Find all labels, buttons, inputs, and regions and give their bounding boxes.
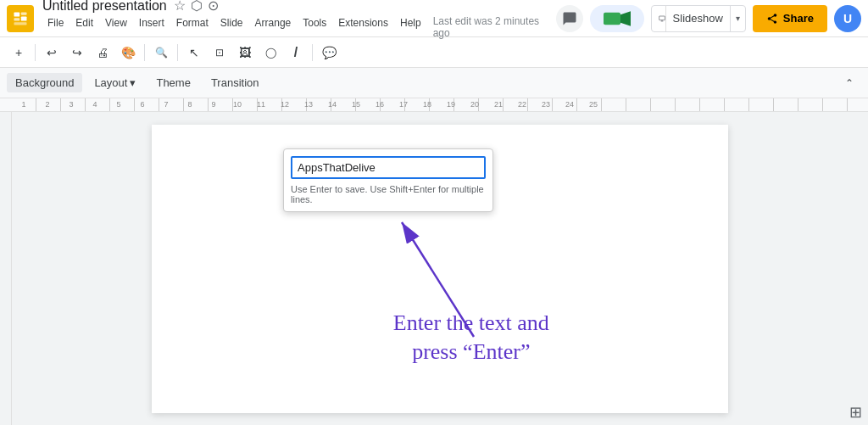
title-bar: Untitled presentation ☆ ⬡ ⊙ File Edit Vi… (0, 0, 868, 37)
text-input[interactable] (291, 156, 486, 179)
svg-rect-1 (14, 18, 20, 20)
svg-rect-4 (14, 22, 27, 25)
menu-edit[interactable]: Edit (70, 15, 98, 39)
shape-tool[interactable]: ◯ (259, 41, 282, 64)
layout-chevron-icon: ▾ (130, 76, 136, 89)
separator (144, 44, 145, 61)
svg-rect-2 (21, 12, 27, 14)
textbox-tool[interactable]: ⊡ (208, 41, 231, 64)
menu-format[interactable]: Format (171, 15, 214, 39)
image-tool[interactable]: 🖼 (233, 41, 257, 64)
menu-arrange[interactable]: Arrange (250, 15, 297, 39)
bottom-bar: ⊞ (843, 400, 868, 425)
comment-button[interactable]: 💬 (317, 41, 341, 64)
svg-rect-7 (659, 16, 665, 20)
user-avatar[interactable]: U (834, 5, 861, 32)
chat-button[interactable] (556, 5, 583, 32)
fit-to-screen-icon[interactable]: ⊞ (849, 403, 862, 422)
add-button[interactable]: + (7, 41, 31, 64)
print-button[interactable]: 🖨 (91, 41, 114, 64)
menu-file[interactable]: File (42, 15, 69, 39)
menu-help[interactable]: Help (395, 15, 426, 39)
hint-text: Use Enter to save. Use Shift+Enter for m… (291, 184, 486, 204)
ruler: 1 2 3 4 5 6 7 8 9 10 11 12 13 14 15 16 1… (0, 98, 868, 112)
paint-format-button[interactable]: 🎨 (116, 41, 140, 64)
menu-insert[interactable]: Insert (134, 15, 170, 39)
menu-extensions[interactable]: Extensions (333, 15, 393, 39)
menu-bar: File Edit View Insert Format Slide Arran… (42, 15, 556, 39)
separator (177, 44, 178, 61)
collapse-button[interactable]: ⌃ (837, 71, 861, 95)
svg-marker-6 (620, 11, 631, 25)
share-label: Share (783, 12, 814, 25)
slideshow-button[interactable]: Slideshow ▾ (651, 5, 746, 32)
thumbnail-panel (0, 112, 12, 425)
zoom-button[interactable]: 🔍 (149, 41, 173, 64)
title-icons: ☆ ⬡ ⊙ (174, 0, 219, 14)
toolbar: + ↩ ↪ 🖨 🎨 🔍 ↖ ⊡ 🖼 ◯ / 💬 (0, 37, 868, 68)
svg-rect-0 (14, 12, 20, 16)
separator (312, 44, 313, 61)
instruction-text: Enter the text andpress “Enter” (393, 309, 549, 366)
separator (35, 44, 36, 61)
app-logo[interactable] (7, 5, 34, 32)
doc-title[interactable]: Untitled presentation (42, 0, 167, 14)
transition-button[interactable]: Transition (203, 73, 268, 92)
menu-tools[interactable]: Tools (298, 15, 331, 39)
background-button[interactable]: Background (7, 73, 82, 92)
redo-button[interactable]: ↪ (65, 41, 89, 64)
slide-area[interactable]: Use Enter to save. Use Shift+Enter for m… (12, 112, 868, 425)
right-controls: Slideshow ▾ Share U (556, 5, 861, 32)
undo-button[interactable]: ↩ (40, 41, 64, 64)
cursor-tool[interactable]: ↖ (182, 41, 206, 64)
menu-view[interactable]: View (100, 15, 132, 39)
theme-button[interactable]: Theme (147, 73, 198, 92)
main-area: Use Enter to save. Use Shift+Enter for m… (0, 112, 868, 425)
share-button[interactable]: Share (753, 5, 827, 32)
history-icon[interactable]: ⊙ (208, 0, 219, 14)
star-icon[interactable]: ☆ (174, 0, 186, 14)
format-toolbar: Background Layout ▾ Theme Transition ⌃ (0, 68, 868, 98)
slide-canvas: Use Enter to save. Use Shift+Enter for m… (152, 125, 728, 413)
layout-button[interactable]: Layout ▾ (86, 73, 144, 92)
autocomplete-popup: Use Enter to save. Use Shift+Enter for m… (283, 148, 493, 212)
meet-button[interactable] (590, 5, 644, 32)
title-section: Untitled presentation ☆ ⬡ ⊙ File Edit Vi… (42, 0, 556, 39)
slideshow-dropdown-icon[interactable]: ▾ (731, 6, 745, 31)
menu-slide[interactable]: Slide (215, 15, 248, 39)
line-tool[interactable]: / (284, 41, 308, 64)
ruler-labels: 1 2 3 4 5 6 7 8 9 10 11 12 13 14 15 16 1… (12, 98, 605, 109)
svg-rect-3 (21, 16, 27, 20)
svg-line-11 (402, 222, 474, 337)
svg-rect-5 (604, 12, 620, 25)
last-edit-text: Last edit was 2 minutes ago (433, 15, 556, 39)
slideshow-label: Slideshow (665, 6, 731, 31)
format-right: ⌃ (837, 71, 861, 95)
drive-icon[interactable]: ⬡ (191, 0, 203, 14)
